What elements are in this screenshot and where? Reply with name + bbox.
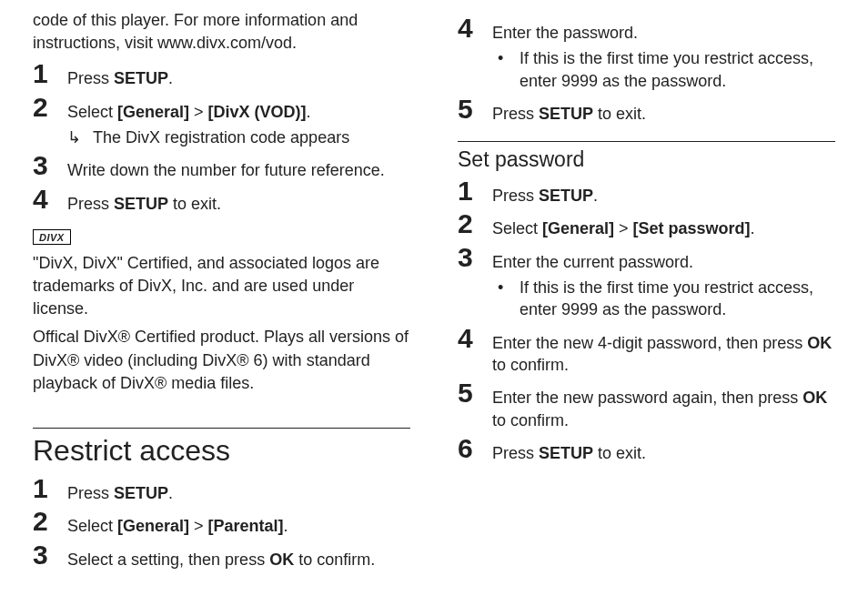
step-number: 4 (33, 186, 67, 213)
step-text: . (168, 484, 173, 502)
step-body: Press SETUP to exit. (492, 435, 835, 464)
step-1: 1 Press SETUP. (458, 177, 835, 207)
step-bold: SETUP (114, 195, 168, 213)
set-password-heading: Set password (458, 147, 835, 172)
step-5: 5 Press SETUP to exit. (458, 96, 835, 125)
step-bold: OK (807, 334, 832, 352)
step-body: Select [General] > [DivX (VOD)]. ↳ The D… (67, 94, 410, 149)
step-bullet: • If this is the first time you restrict… (492, 47, 835, 92)
step-body: Enter the password. • If this is the fir… (492, 15, 835, 92)
step-body: Write down the number for future referen… (67, 152, 410, 181)
step-text: to confirm. (492, 356, 569, 374)
step-number: 4 (458, 15, 492, 42)
step-body: Select [General] > [Set password]. (492, 210, 835, 239)
step-3: 3 Select a setting, then press OK to con… (33, 541, 410, 571)
step-body: Enter the new 4-digit password, then pre… (492, 325, 835, 377)
intro-text: code of this player. For more informatio… (33, 9, 410, 55)
arrow-icon: ↳ (67, 126, 93, 148)
step-text: Select (67, 517, 117, 535)
step-bold: [Set password] (633, 219, 751, 237)
trademark-text: "DivX, DivX" Certified, and associated l… (33, 252, 410, 321)
step-number: 3 (33, 152, 67, 179)
step-4: 4 Press SETUP to exit. (33, 186, 410, 215)
step-text: Select (492, 219, 542, 237)
step-number: 5 (458, 96, 492, 123)
step-number: 1 (33, 60, 67, 87)
step-number: 6 (458, 435, 492, 462)
step-bold: [General] (117, 517, 189, 535)
step-2: 2 Select [General] > [Set password]. (458, 210, 835, 239)
step-text: > (189, 517, 208, 535)
step-text: Select (67, 103, 117, 121)
step-body: Enter the current password. • If this is… (492, 244, 835, 321)
bullet-text: If this is the first time you restrict a… (520, 277, 835, 321)
step-number: 2 (458, 210, 492, 237)
step-text: > (614, 219, 633, 237)
set-password-steps: 1 Press SETUP. 2 Select [General] > [Set… (458, 177, 835, 464)
step-text: to confirm. (492, 411, 569, 429)
step-4: 4 Enter the new 4-digit password, then p… (458, 325, 835, 377)
step-text: Enter the password. (492, 24, 638, 42)
step-6: 6 Press SETUP to exit. (458, 435, 835, 464)
step-text: Enter the new password again, then press (492, 389, 802, 407)
trademark-text: Offical DivX® Certified product. Plays a… (33, 326, 410, 395)
step-text: to exit. (593, 444, 646, 462)
step-3: 3 Write down the number for future refer… (33, 152, 410, 181)
step-bold: [General] (117, 103, 189, 121)
step-number: 1 (458, 177, 492, 205)
step-4: 4 Enter the password. • If this is the f… (458, 15, 835, 92)
step-number: 1 (33, 475, 67, 502)
step-text: to exit. (593, 105, 646, 123)
step-text: to exit. (168, 195, 221, 213)
section-divider: Restrict access (33, 428, 410, 468)
step-text: to confirm. (294, 550, 375, 569)
step-bold: [DivX (VOD)] (208, 103, 307, 121)
step-body: Select a setting, then press OK to confi… (67, 541, 410, 571)
bullet-icon: • (492, 277, 520, 321)
restrict-steps: 1 Press SETUP. 2 Select [General] > [Par… (33, 475, 410, 571)
step-text: Write down the number for future referen… (67, 161, 385, 179)
step-number: 4 (458, 325, 492, 352)
step-number: 3 (33, 541, 67, 569)
step-text: . (593, 187, 598, 205)
step-bold: SETUP (114, 69, 168, 87)
step-2: 2 Select [General] > [DivX (VOD)]. ↳ The… (33, 94, 410, 149)
step-bold: [Parental] (208, 517, 284, 535)
step-bold: SETUP (114, 484, 168, 502)
step-text: Press (492, 444, 539, 462)
step-number: 2 (33, 94, 67, 121)
step-text: . (307, 103, 311, 121)
step-body: Press SETUP. (67, 475, 410, 504)
step-body: Press SETUP to exit. (67, 186, 410, 215)
step-text: . (284, 517, 288, 535)
step-text: Enter the new 4-digit password, then pre… (492, 334, 807, 352)
step-5: 5 Enter the new password again, then pre… (458, 379, 835, 431)
step-text: Press (492, 187, 539, 205)
step-number: 2 (33, 508, 67, 535)
result-text: The DivX registration code appears (93, 126, 349, 148)
bullet-text: If this is the first time you restrict a… (520, 47, 835, 92)
divx-steps: 1 Press SETUP. 2 Select [General] > [Div… (33, 60, 410, 214)
bullet-icon: • (492, 47, 520, 92)
step-bold: SETUP (539, 444, 593, 462)
step-body: Press SETUP to exit. (492, 96, 835, 125)
step-number: 5 (458, 379, 492, 407)
step-text: Press (67, 195, 114, 213)
step-text: > (189, 103, 208, 121)
step-bold: OK (269, 550, 294, 569)
step-bold: SETUP (539, 105, 593, 123)
section-divider: Set password (458, 141, 835, 172)
step-text: Press (492, 105, 539, 123)
step-1: 1 Press SETUP. (33, 60, 410, 89)
step-body: Select [General] > [Parental]. (67, 508, 410, 537)
step-text: Press (67, 69, 114, 87)
step-text: . (168, 69, 173, 87)
step-body: Press SETUP. (67, 60, 410, 89)
step-3: 3 Enter the current password. • If this … (458, 244, 835, 321)
step-text: Press (67, 484, 114, 502)
step-body: Enter the new password again, then press… (492, 379, 835, 431)
step-text: . (751, 219, 755, 237)
step-text: Select a setting, then press (67, 550, 269, 569)
left-column: code of this player. For more informatio… (33, 9, 410, 598)
step-bold: OK (802, 389, 827, 407)
